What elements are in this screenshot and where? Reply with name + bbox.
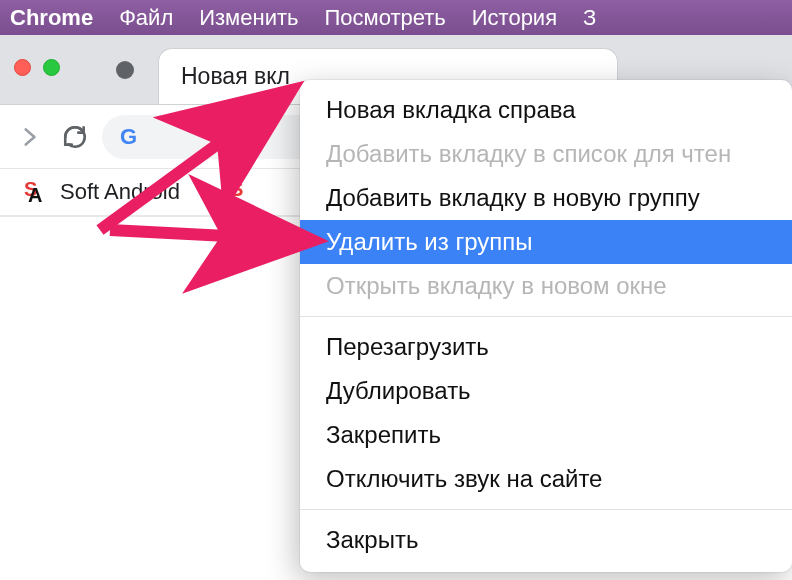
mac-menubar: Chrome Файл Изменить Посмотреть История …	[0, 0, 792, 35]
window-close-button[interactable]	[14, 59, 31, 76]
ctx-separator	[300, 316, 792, 317]
menubar-item-edit[interactable]: Изменить	[199, 5, 298, 31]
tab-context-menu: Новая вкладка справа Добавить вкладку в …	[300, 80, 792, 572]
google-logo-icon: G	[120, 124, 136, 150]
ctx-close[interactable]: Закрыть	[300, 518, 792, 562]
ctx-reload[interactable]: Перезагрузить	[300, 325, 792, 369]
ctx-pin[interactable]: Закрепить	[300, 413, 792, 457]
ctx-separator	[300, 509, 792, 510]
window-minimize-button[interactable]	[43, 59, 60, 76]
menubar-item-view[interactable]: Посмотреть	[324, 5, 445, 31]
menubar-item-file[interactable]: Файл	[119, 5, 173, 31]
ctx-new-tab-right[interactable]: Новая вкладка справа	[300, 88, 792, 132]
tab-title: Новая вкл	[181, 63, 290, 90]
window-controls	[14, 59, 60, 76]
ctx-add-to-new-group[interactable]: Добавить вкладку в новую группу	[300, 176, 792, 220]
ctx-add-reading-list: Добавить вкладку в список для чтен	[300, 132, 792, 176]
ctx-duplicate[interactable]: Дублировать	[300, 369, 792, 413]
tab-group-indicator[interactable]	[116, 61, 134, 79]
ctx-open-new-window: Открыть вкладку в новом окне	[300, 264, 792, 308]
ctx-remove-from-group[interactable]: Удалить из группы	[300, 220, 792, 264]
menubar-app[interactable]: Chrome	[10, 5, 93, 31]
bookmark-favicon-icon: SA	[24, 181, 46, 203]
bookmark-item[interactable]: Soft Android	[60, 179, 180, 205]
svg-line-1	[110, 230, 305, 240]
menubar-item-history[interactable]: История	[472, 5, 557, 31]
menubar-item-partial[interactable]: З	[583, 5, 596, 31]
ctx-mute-site[interactable]: Отключить звук на сайте	[300, 457, 792, 501]
forward-button[interactable]	[14, 122, 44, 152]
reload-button[interactable]	[60, 122, 90, 152]
bookmark-favicon-icon: S	[230, 181, 252, 203]
